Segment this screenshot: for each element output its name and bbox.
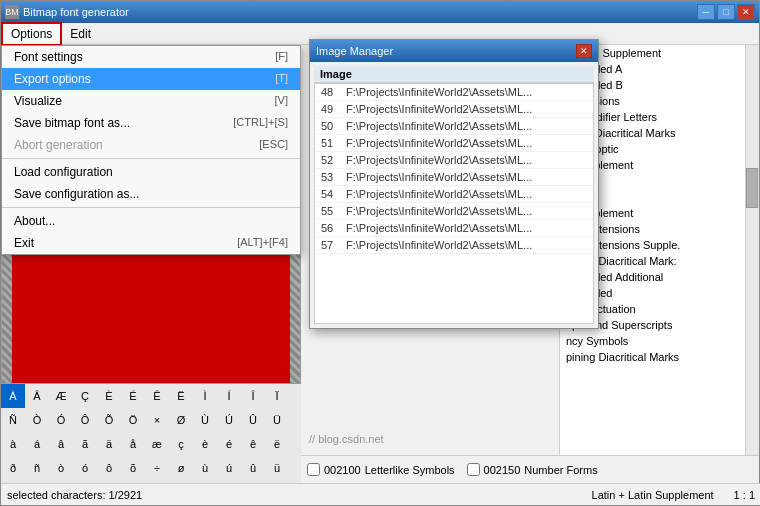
save-bitmap-item[interactable]: Save bitmap font as... [CTRL]+[S]: [2, 112, 300, 134]
char-cell[interactable]: Ñ: [1, 408, 25, 432]
title-bar: BM Bitmap font generator ─ □ ✕: [1, 1, 759, 23]
image-row[interactable]: 50 F:\Projects\InfiniteWorld2\Assets\ML.…: [315, 118, 593, 135]
unicode-scrollbar[interactable]: [745, 45, 759, 455]
selected-chars-status: selected characters: 1/2921: [7, 489, 142, 501]
image-manager-dialog: Image Manager ✕ Image 48 F:\Projects\Inf…: [309, 39, 599, 329]
char-cell[interactable]: å: [121, 432, 145, 456]
char-cell[interactable]: ø: [169, 456, 193, 480]
image-row[interactable]: 52 F:\Projects\InfiniteWorld2\Assets\ML.…: [315, 152, 593, 169]
checkbox-002100[interactable]: [307, 463, 320, 476]
char-cell[interactable]: ô: [97, 456, 121, 480]
char-cell[interactable]: Ó: [49, 408, 73, 432]
char-cell[interactable]: ê: [241, 432, 265, 456]
separator-1: [2, 158, 300, 159]
separator-2: [2, 207, 300, 208]
load-config-item[interactable]: Load configuration: [2, 161, 300, 183]
char-cell[interactable]: Ú: [217, 408, 241, 432]
char-cell[interactable]: Ò: [25, 408, 49, 432]
char-cell[interactable]: è: [193, 432, 217, 456]
char-row-1: À Â Æ Ç È É Ê Ë Ì Í Î Ï: [1, 384, 301, 408]
maximize-button[interactable]: □: [717, 4, 735, 20]
unicode-item[interactable]: ncy Symbols: [560, 333, 745, 349]
char-cell[interactable]: Ì: [193, 384, 217, 408]
minimize-button[interactable]: ─: [697, 4, 715, 20]
unicode-item[interactable]: pining Diacritical Marks: [560, 349, 745, 365]
char-cell[interactable]: Ü: [265, 408, 289, 432]
char-cell[interactable]: õ: [121, 456, 145, 480]
char-cell[interactable]: ú: [217, 456, 241, 480]
char-cell[interactable]: Ø: [169, 408, 193, 432]
image-row[interactable]: 57 F:\Projects\InfiniteWorld2\Assets\ML.…: [315, 237, 593, 254]
checkbox-002150[interactable]: [467, 463, 480, 476]
char-cell[interactable]: Ë: [169, 384, 193, 408]
checkbox-item-1: 002100 Letterlike Symbols: [307, 463, 455, 476]
dialog-header: Image: [314, 66, 594, 83]
char-cell[interactable]: ó: [73, 456, 97, 480]
image-row[interactable]: 49 F:\Projects\InfiniteWorld2\Assets\ML.…: [315, 101, 593, 118]
char-cell[interactable]: Æ: [49, 384, 73, 408]
image-row[interactable]: 51 F:\Projects\InfiniteWorld2\Assets\ML.…: [315, 135, 593, 152]
status-bar: selected characters: 1/2921 Latin + Lati…: [1, 483, 760, 505]
char-cell[interactable]: Û: [241, 408, 265, 432]
char-cell[interactable]: ü: [265, 456, 289, 480]
char-cell[interactable]: Ö: [121, 408, 145, 432]
char-cell[interactable]: Ô: [73, 408, 97, 432]
main-window: BM Bitmap font generator ─ □ ✕ Options E…: [0, 0, 760, 506]
char-cell[interactable]: â: [49, 432, 73, 456]
char-cell[interactable]: Í: [217, 384, 241, 408]
char-cell[interactable]: Ù: [193, 408, 217, 432]
about-item[interactable]: About...: [2, 210, 300, 232]
char-cell[interactable]: Î: [241, 384, 265, 408]
dialog-close-button[interactable]: ✕: [576, 44, 592, 58]
export-options-item[interactable]: Export options [T]: [2, 68, 300, 90]
checkbox-label-2: 002150: [484, 464, 521, 476]
close-button[interactable]: ✕: [737, 4, 755, 20]
edit-menu[interactable]: Edit: [62, 24, 99, 44]
char-cell[interactable]: ù: [193, 456, 217, 480]
char-cell[interactable]: ç: [169, 432, 193, 456]
image-row[interactable]: 48 F:\Projects\InfiniteWorld2\Assets\ML.…: [315, 84, 593, 101]
scrollbar-thumb[interactable]: [746, 168, 758, 208]
char-cell[interactable]: à: [1, 432, 25, 456]
zoom-status: 1 : 1: [734, 489, 755, 501]
image-row[interactable]: 53 F:\Projects\InfiniteWorld2\Assets\ML.…: [315, 169, 593, 186]
window-title: Bitmap font generator: [23, 6, 129, 18]
char-cell[interactable]: û: [241, 456, 265, 480]
char-cell[interactable]: Â: [25, 384, 49, 408]
char-row-3: à á â ã ä å æ ç è é ê ë: [1, 432, 301, 456]
font-settings-item[interactable]: Font settings [F]: [2, 46, 300, 68]
dropdown-menu: Font settings [F] Export options [T] Vis…: [1, 45, 301, 255]
save-config-item[interactable]: Save configuration as...: [2, 183, 300, 205]
char-cell[interactable]: À: [1, 384, 25, 408]
char-cell[interactable]: ã: [73, 432, 97, 456]
char-cell[interactable]: ë: [265, 432, 289, 456]
char-cell[interactable]: ×: [145, 408, 169, 432]
char-cell[interactable]: Ç: [73, 384, 97, 408]
image-row[interactable]: 54 F:\Projects\InfiniteWorld2\Assets\ML.…: [315, 186, 593, 203]
char-row-4: ð ñ ò ó ô õ ÷ ø ù ú û ü: [1, 456, 301, 480]
exit-item[interactable]: Exit [ALT]+[F4]: [2, 232, 300, 254]
char-cell[interactable]: Ï: [265, 384, 289, 408]
char-cell[interactable]: ÷: [145, 456, 169, 480]
image-row[interactable]: 56 F:\Projects\InfiniteWorld2\Assets\ML.…: [315, 220, 593, 237]
image-list[interactable]: 48 F:\Projects\InfiniteWorld2\Assets\ML.…: [314, 83, 594, 324]
char-cell[interactable]: é: [217, 432, 241, 456]
bottom-controls: 002100 Letterlike Symbols 002150 Number …: [301, 455, 759, 483]
char-cell[interactable]: á: [25, 432, 49, 456]
char-cell[interactable]: ò: [49, 456, 73, 480]
char-cell[interactable]: Ê: [145, 384, 169, 408]
image-row[interactable]: 55 F:\Projects\InfiniteWorld2\Assets\ML.…: [315, 203, 593, 220]
char-cell[interactable]: ä: [97, 432, 121, 456]
char-cell[interactable]: È: [97, 384, 121, 408]
dialog-content: Image 48 F:\Projects\InfiniteWorld2\Asse…: [310, 62, 598, 328]
char-cell[interactable]: É: [121, 384, 145, 408]
char-cell[interactable]: ñ: [25, 456, 49, 480]
col-image-header: Image: [320, 68, 352, 80]
char-cell[interactable]: Õ: [97, 408, 121, 432]
visualize-item[interactable]: Visualize [V]: [2, 90, 300, 112]
options-menu[interactable]: Options: [1, 22, 62, 46]
checkbox-desc-2: Number Forms: [524, 464, 597, 476]
abort-generation-item: Abort generation [ESC]: [2, 134, 300, 156]
char-cell[interactable]: ð: [1, 456, 25, 480]
char-cell[interactable]: æ: [145, 432, 169, 456]
